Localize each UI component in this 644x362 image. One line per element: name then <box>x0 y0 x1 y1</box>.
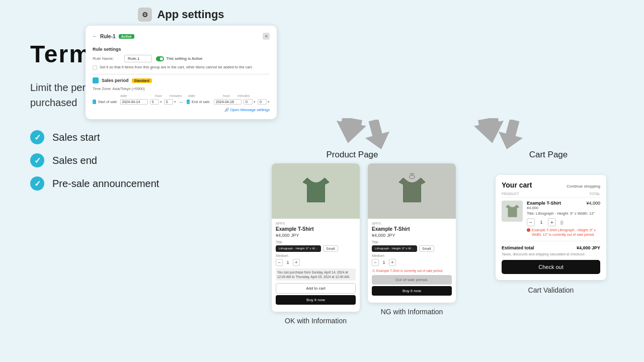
cart-delete-icon[interactable]: 🗑 <box>558 219 566 226</box>
end-min-input[interactable] <box>258 99 267 105</box>
toggle-label: This setting is Active <box>166 56 202 61</box>
min-col2: minutes <box>237 94 250 98</box>
ok-qty-increase[interactable]: + <box>293 259 300 266</box>
rule-settings-label: Rule settings <box>93 47 270 52</box>
checkout-button[interactable]: Check out <box>502 260 600 274</box>
ok-product-card: APPX Example T-Shirt ¥4,000 JPY Title Li… <box>272 163 360 312</box>
cart-error-dot <box>527 228 530 232</box>
hour-col2: hour <box>223 94 235 98</box>
ng-medium-label: Medium <box>372 254 452 257</box>
ng-option1[interactable]: Lithograph - Height: 9" x Width: 12" <box>372 245 417 252</box>
ok-qty-value: 1 <box>285 260 291 265</box>
sales-period-header: Sales period Standard <box>93 77 270 83</box>
standard-badge: Standard <box>132 78 152 83</box>
cart-qty-decrease[interactable]: − <box>527 218 535 226</box>
checkbox-text: Set it so that if items from this group … <box>100 65 253 70</box>
date-col: date <box>120 94 153 98</box>
end-hour-group: ▾ <box>244 99 256 105</box>
cart-item-price: ¥4,000 <box>586 201 600 206</box>
ok-product-price: ¥4,000 JPY <box>276 233 356 238</box>
cart-item-image <box>502 201 523 222</box>
ng-out-sale-btn: Out of sale period. <box>372 275 452 285</box>
start-date-checkbox[interactable] <box>93 100 96 104</box>
close-button[interactable]: ✕ <box>263 33 270 40</box>
start-min-input[interactable] <box>164 99 173 105</box>
start-date-input[interactable] <box>120 99 148 105</box>
active-badge: Active <box>119 34 134 39</box>
date-col2: date <box>188 94 221 98</box>
active-toggle: This setting is Active <box>156 56 202 61</box>
ng-qty-decrease[interactable]: − <box>372 259 379 266</box>
app-settings-icon: ⚙ <box>138 8 152 22</box>
ok-option1[interactable]: Lithograph - Height: 9" x Width: 12" <box>276 245 321 252</box>
timezone-row: Time Zone: Asia/Tokyo (+0900) <box>93 86 270 91</box>
ng-product-name: Example T-Shirt <box>372 226 452 232</box>
product-page-label: Product Page <box>302 150 403 160</box>
ok-medium-label: Medium <box>276 254 356 257</box>
ok-qty-decrease[interactable]: − <box>276 259 283 266</box>
tshirt-icon-ng <box>394 171 430 211</box>
start-min-group: ▾ <box>164 99 176 105</box>
rule-name-input[interactable] <box>124 55 152 62</box>
start-hour-group: ▾ <box>150 99 162 105</box>
sales-period-icon <box>93 77 99 83</box>
restrict-checkbox[interactable] <box>93 65 97 70</box>
cart-qty-increase[interactable]: + <box>548 218 556 226</box>
continue-shopping[interactable]: Continue shopping <box>567 184 600 189</box>
ok-buy-now-btn[interactable]: Buy it now <box>276 295 356 305</box>
cart-error: Example T-Shirt Lithograph - Height: 9" … <box>527 228 600 237</box>
ng-product-card: APPX Example T-Shirt ¥4,000 JPY Title Li… <box>368 163 456 303</box>
ng-error-text: ⚠ Example T-Shirt is currently out of sa… <box>372 268 452 273</box>
rule-name: Rule-1 <box>100 34 116 39</box>
cart-item-tshirt <box>504 203 521 220</box>
settings-card: ← Rule-1 Active ✕ Rule settings Rule Nam… <box>86 26 277 119</box>
ng-title-label: Title <box>372 240 452 244</box>
cart-page-label: Cart Page <box>498 150 599 160</box>
ng-caption: NG with Information <box>381 308 443 316</box>
end-min-group: ▾ <box>258 99 270 105</box>
end-hour-input[interactable] <box>244 99 253 105</box>
check-icon <box>30 130 44 144</box>
feature-label: Sales end <box>52 155 97 166</box>
cart-card: Your cart Continue shopping PRODUCT TOTA… <box>496 175 606 280</box>
ok-product-brand: APPX <box>276 222 356 225</box>
svg-marker-3 <box>496 120 526 150</box>
open-message-link[interactable]: 🔗 Open Message settings <box>93 108 270 112</box>
ok-quantity-row: − 1 + <box>276 259 356 266</box>
feature-list: Sales start Sales end Pre-sale announcem… <box>30 130 262 191</box>
ok-product-name: Example T-Shirt <box>276 226 356 232</box>
svg-marker-2 <box>362 120 392 150</box>
left-arrow <box>362 120 392 152</box>
date-headers: date hour minutes date hour minutes <box>93 94 270 98</box>
cart-total-section: Estimated total ¥4,000 JPY Taxes, discou… <box>502 241 600 274</box>
check-icon <box>30 176 44 191</box>
ng-option2[interactable]: Small <box>419 245 434 252</box>
ok-product-image <box>272 163 360 219</box>
cart-caption: Cart Validation <box>528 286 574 294</box>
estimated-total-value: ¥4,000 JPY <box>577 245 600 250</box>
cart-qty-row: − 1 + 🗑 <box>527 218 600 226</box>
total-col-header: TOTAL <box>589 192 600 196</box>
cart-estimated-row: Estimated total ¥4,000 JPY <box>502 245 600 250</box>
start-hour-input[interactable] <box>150 99 159 105</box>
ok-add-to-cart-btn[interactable]: Add to cart <box>276 283 356 294</box>
check-icon <box>30 153 44 167</box>
end-date-checkbox[interactable] <box>187 100 190 104</box>
ok-product-body: APPX Example T-Shirt ¥4,000 JPY Title Li… <box>272 219 360 308</box>
rule-name-row: Rule Name: This setting is Active <box>93 55 270 62</box>
ng-product-brand: APPX <box>372 222 452 225</box>
cart-item-name: Example T-Shirt <box>527 201 561 206</box>
ng-buy-now-btn[interactable]: Buy it now <box>372 286 452 296</box>
ng-qty-increase[interactable]: + <box>389 259 396 266</box>
cart-item-details: Example T-Shirt ¥4,000 ¥4,000 Title: Lit… <box>527 201 600 237</box>
start-date-label: Start of sale: <box>98 100 118 104</box>
feature-label: Pre-sale announcement <box>52 178 159 190</box>
toggle-switch[interactable] <box>156 56 164 61</box>
end-date-input[interactable] <box>214 99 242 105</box>
ok-product-options: Lithograph - Height: 9" x Width: 12" Sma… <box>276 245 356 252</box>
ng-product-image <box>368 163 456 219</box>
cart-qty-value: 1 <box>537 220 545 225</box>
ng-product-options: Lithograph - Height: 9" x Width: 12" Sma… <box>372 245 452 252</box>
app-settings-header: ⚙ App settings <box>86 8 277 22</box>
ok-option2[interactable]: Small <box>323 245 338 252</box>
